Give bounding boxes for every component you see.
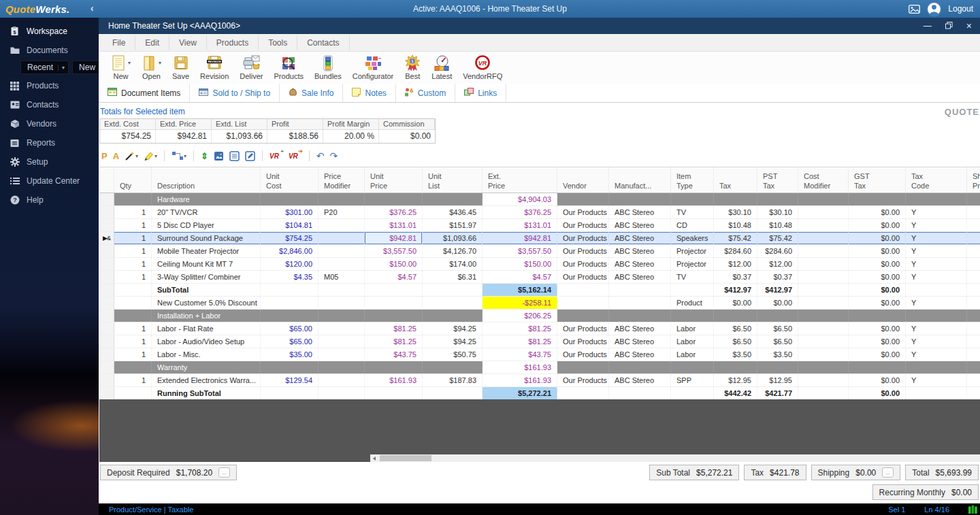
grid-cell-unit_list[interactable]: $94.25: [423, 322, 483, 335]
grid-cell-item_type[interactable]: [671, 361, 714, 373]
grid-cell-ship_price[interactable]: [967, 271, 980, 283]
grid-cell-vendor[interactable]: Our Products: [557, 245, 609, 257]
grid-cell-qty[interactable]: 1: [114, 322, 152, 335]
grid-cell-unit_cost[interactable]: $120.00: [261, 258, 318, 270]
grid-cell-description[interactable]: Warranty: [152, 361, 261, 373]
edit-item-icon[interactable]: [245, 151, 255, 161]
chevron-down-icon[interactable]: ▾: [159, 60, 161, 66]
grid-cell-gst_tax[interactable]: $0.00: [849, 284, 906, 296]
grid-cell-pst_tax[interactable]: $75.42: [757, 232, 798, 244]
grid-cell-vendor[interactable]: [557, 387, 609, 399]
deposit-more-button[interactable]: ...: [218, 467, 230, 478]
grid-cell-marker[interactable]: [99, 297, 114, 309]
grid-cell-tax_code[interactable]: Y: [906, 271, 967, 283]
scrollbar-thumb[interactable]: [380, 455, 431, 461]
grid-cell-unit_price[interactable]: $131.01: [365, 219, 423, 231]
grid-cell-tax[interactable]: $12.00: [714, 258, 757, 270]
grid-cell-tax_code[interactable]: Y: [906, 232, 967, 244]
column-header-manufacturer[interactable]: Manufact...: [609, 167, 671, 193]
grid-cell-ext_price[interactable]: $81.25: [483, 322, 557, 335]
grid-cell-pst_tax[interactable]: $6.50: [757, 335, 798, 348]
grid-cell-unit_cost[interactable]: $301.00: [261, 206, 318, 218]
grid-cell-unit_price[interactable]: $150.00: [365, 258, 423, 270]
grid-cell-unit_price[interactable]: [365, 284, 423, 296]
grid-cell-gst_tax[interactable]: $0.00: [849, 271, 906, 283]
grid-cell-manufacturer[interactable]: ABC Stereo: [609, 232, 671, 244]
grid-cell-unit_cost[interactable]: [261, 297, 318, 309]
redo-icon[interactable]: ↷: [330, 150, 338, 161]
grid-cell-pst_tax[interactable]: $12.00: [757, 258, 798, 270]
grid-cell-unit_cost[interactable]: [261, 310, 318, 322]
grid-cell-ext_price[interactable]: $161.93: [483, 374, 557, 386]
grid-cell-tax[interactable]: $442.42: [714, 387, 757, 399]
grid-cell-marker[interactable]: [99, 258, 114, 270]
column-header-cost_modifier[interactable]: CostModifier: [798, 167, 849, 193]
grid-cell-manufacturer[interactable]: ABC Stereo: [609, 335, 671, 348]
grid-cell-unit_list[interactable]: $187.83: [423, 374, 483, 386]
grid-cell-qty[interactable]: [114, 361, 152, 373]
grid-cell-price_modifier[interactable]: [318, 245, 365, 257]
grid-cell-qty[interactable]: 1: [114, 374, 152, 386]
grid-cell-pst_tax[interactable]: $6.50: [757, 322, 798, 335]
grid-cell-vendor[interactable]: Our Products: [557, 206, 609, 218]
grid-cell-gst_tax[interactable]: $0.00: [849, 322, 906, 335]
grid-cell-marker[interactable]: [99, 193, 114, 205]
grid-cell-marker[interactable]: [99, 271, 114, 283]
sidebar-item-help[interactable]: ?Help: [0, 190, 99, 210]
grid-cell-gst_tax[interactable]: $0.00: [849, 348, 906, 361]
grid-row[interactable]: ▶&1Surround Sound Package$754.25$942.81$…: [99, 232, 980, 245]
grid-cell-description[interactable]: SubTotal: [152, 284, 261, 296]
grid-cell-item_type[interactable]: Projector: [671, 245, 714, 257]
grid-cell-cost_modifier[interactable]: [798, 193, 849, 205]
tab-notes[interactable]: Notes: [343, 84, 395, 102]
grid-cell-marker[interactable]: [99, 245, 114, 257]
grid-cell-gst_tax[interactable]: [849, 193, 906, 205]
tab-links[interactable]: Links: [455, 84, 506, 102]
column-header-vendor[interactable]: Vendor: [557, 167, 609, 193]
toolbar-button-latest[interactable]: Latest: [426, 54, 457, 80]
column-header-gst_tax[interactable]: GSTTax: [849, 167, 906, 193]
grid-cell-ship_price[interactable]: [967, 387, 980, 399]
toolbar-button-bundles[interactable]: Bundles: [309, 54, 347, 80]
grid-cell-unit_cost[interactable]: [261, 193, 318, 205]
grid-cell-unit_cost[interactable]: $129.54: [261, 374, 318, 386]
grid-cell-item_type[interactable]: [671, 193, 714, 205]
grid-cell-pst_tax[interactable]: [757, 310, 798, 322]
grid-cell-pst_tax[interactable]: $0.37: [757, 271, 798, 283]
grid-cell-manufacturer[interactable]: ABC Stereo: [609, 258, 671, 270]
restore-icon[interactable]: [945, 22, 953, 31]
grid-cell-price_modifier[interactable]: [318, 258, 365, 270]
grid-cell-price_modifier[interactable]: [318, 348, 365, 361]
grid-cell-unit_cost[interactable]: $2,846.00: [261, 245, 318, 257]
highlighter-icon[interactable]: ▾: [144, 151, 157, 161]
grid-cell-vendor[interactable]: [557, 361, 609, 373]
grid-cell-price_modifier[interactable]: [318, 232, 365, 244]
grid-cell-ship_price[interactable]: [967, 348, 980, 361]
grid-cell-unit_list[interactable]: [423, 284, 483, 296]
grid-cell-manufacturer[interactable]: [609, 193, 671, 205]
grid-cell-ext_price[interactable]: $43.75: [483, 348, 557, 361]
grid-cell-price_modifier[interactable]: [318, 193, 365, 205]
minimize-icon[interactable]: —: [924, 22, 932, 30]
grid-cell-ext_price[interactable]: $206.25: [483, 310, 557, 322]
grid-cell-tax[interactable]: $10.48: [714, 219, 757, 231]
grid-cell-ship_price[interactable]: [967, 245, 980, 257]
grid-cell-cost_modifier[interactable]: [798, 284, 849, 296]
grid-cell-unit_cost[interactable]: $65.00: [261, 322, 318, 335]
grid-cell-item_type[interactable]: Speakers: [671, 232, 714, 244]
tab-custom[interactable]: Custom: [396, 84, 455, 102]
grid-cell-qty[interactable]: [114, 284, 152, 296]
vendor-rfq-send-icon[interactable]: VR➔: [289, 152, 302, 160]
grid-row[interactable]: 13-Way Splitter/ Combiner$4.35M05$4.57$6…: [99, 271, 980, 284]
scrollbar-track[interactable]: [370, 454, 980, 462]
grid-cell-qty[interactable]: [114, 387, 152, 399]
grid-cell-gst_tax[interactable]: $0.00: [849, 245, 906, 257]
grid-cell-marker[interactable]: [99, 322, 114, 335]
grid-cell-ext_price[interactable]: $4.57: [483, 271, 557, 283]
grid-cell-manufacturer[interactable]: ABC Stereo: [609, 374, 671, 386]
grid-cell-unit_list[interactable]: [423, 361, 483, 373]
grid-cell-ext_price[interactable]: $131.01: [483, 219, 557, 231]
grid-cell-unit_price[interactable]: $3,557.50: [365, 245, 423, 257]
grid-cell-ship_price[interactable]: [967, 206, 980, 218]
grid-cell-description[interactable]: Hardware: [152, 193, 261, 205]
